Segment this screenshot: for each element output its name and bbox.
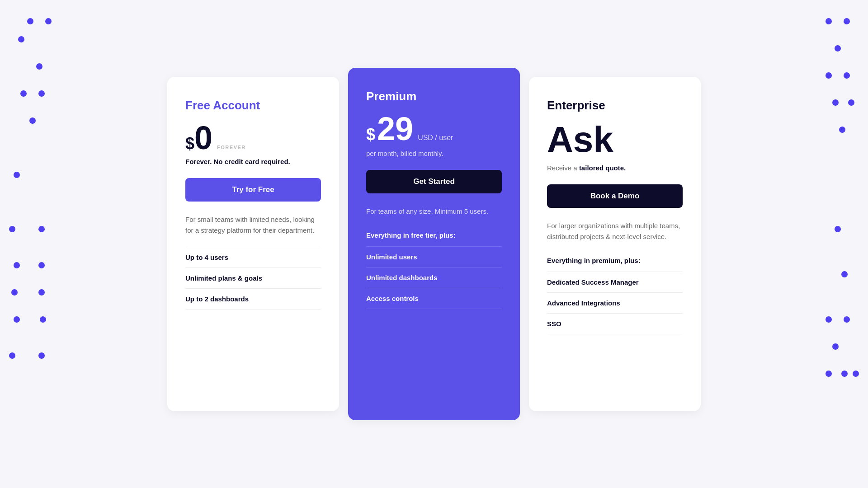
price-amount-enterprise: Ask bbox=[547, 122, 613, 158]
feature-item-enterprise-0: Dedicated Success Manager bbox=[547, 272, 683, 292]
feature-item-free-2: Up to 2 dashboards bbox=[185, 288, 321, 310]
cta-button-free[interactable]: Try for Free bbox=[185, 178, 321, 202]
pricing-card-enterprise: Enterprise Ask Receive a tailored quote.… bbox=[529, 77, 701, 411]
decorative-dot bbox=[848, 99, 854, 106]
decorative-dot bbox=[826, 371, 832, 377]
plan-description-premium: For teams of any size. Minimum 5 users. bbox=[366, 206, 502, 217]
price-subtitle-free: Forever. No credit card required. bbox=[185, 158, 321, 165]
price-amount-premium: 29 bbox=[377, 113, 413, 145]
decorative-dot bbox=[853, 371, 859, 377]
decorative-dot bbox=[38, 90, 45, 97]
decorative-dot bbox=[832, 99, 839, 106]
plan-description-free: For small teams with limited needs, look… bbox=[185, 214, 321, 236]
price-amount-free: 0 bbox=[194, 122, 212, 154]
decorative-dot bbox=[844, 316, 850, 323]
decorative-dot bbox=[20, 90, 27, 97]
plan-name-free: Free Account bbox=[185, 99, 321, 113]
features-label-enterprise: Everything in premium, plus: bbox=[547, 257, 683, 264]
decorative-dot bbox=[14, 172, 20, 178]
decorative-dot bbox=[45, 18, 52, 24]
decorative-dot bbox=[844, 18, 850, 24]
price-row-free: $ 0 FOREVER bbox=[185, 122, 321, 154]
decorative-dot bbox=[38, 226, 45, 232]
decorative-dot bbox=[27, 18, 33, 24]
feature-item-premium-1: Unlimited dashboards bbox=[366, 267, 502, 288]
features-label-premium: Everything in free tier, plus: bbox=[366, 231, 502, 239]
decorative-dot bbox=[841, 271, 848, 277]
decorative-dot bbox=[832, 343, 839, 350]
price-subtitle-premium: per month, billed monthly. bbox=[366, 150, 502, 157]
cta-button-enterprise[interactable]: Book a Demo bbox=[547, 184, 683, 208]
decorative-dot bbox=[826, 316, 832, 323]
price-subtitle-before: Receive a bbox=[547, 164, 579, 172]
decorative-dot bbox=[38, 352, 45, 359]
decorative-dot bbox=[40, 316, 46, 323]
price-dollar-premium: $ bbox=[366, 125, 375, 144]
decorative-dot bbox=[844, 72, 850, 79]
decorative-dot bbox=[36, 63, 42, 70]
decorative-dot bbox=[9, 226, 15, 232]
decorative-dot bbox=[835, 226, 841, 232]
decorative-dot bbox=[29, 117, 36, 124]
pricing-card-free: Free Account $ 0 FOREVER Forever. No cre… bbox=[167, 77, 339, 411]
decorative-dot bbox=[826, 72, 832, 79]
feature-item-free-1: Unlimited plans & goals bbox=[185, 267, 321, 288]
price-label-free: FOREVER bbox=[217, 145, 246, 150]
price-unit-premium: USD / user bbox=[418, 134, 453, 142]
decorative-dot bbox=[841, 371, 848, 377]
cta-button-premium[interactable]: Get Started bbox=[366, 170, 502, 193]
price-dollar-free: $ bbox=[185, 134, 194, 153]
plan-description-enterprise: For larger organizations with multiple t… bbox=[547, 221, 683, 242]
plan-name-premium: Premium bbox=[366, 89, 502, 103]
feature-item-enterprise-1: Advanced Integrations bbox=[547, 292, 683, 313]
price-subtitle-bold: tailored quote. bbox=[579, 164, 626, 172]
decorative-dot bbox=[826, 18, 832, 24]
price-row-premium: $ 29 USD / user bbox=[366, 113, 502, 145]
price-row-enterprise: Ask bbox=[547, 122, 683, 158]
decorative-dot bbox=[835, 45, 841, 52]
price-subtitle-enterprise: Receive a tailored quote. bbox=[547, 164, 683, 172]
feature-item-premium-0: Unlimited users bbox=[366, 246, 502, 267]
plan-name-enterprise: Enterprise bbox=[547, 99, 683, 113]
feature-item-enterprise-2: SSO bbox=[547, 313, 683, 334]
decorative-dot bbox=[18, 36, 24, 42]
decorative-dot bbox=[9, 352, 15, 359]
decorative-dot bbox=[14, 316, 20, 323]
feature-item-free-0: Up to 4 users bbox=[185, 247, 321, 267]
feature-item-premium-2: Access controls bbox=[366, 288, 502, 309]
decorative-dot bbox=[11, 289, 18, 296]
decorative-dot bbox=[839, 127, 845, 133]
pricing-card-premium: Premium $ 29 USD / user per month, bille… bbox=[348, 68, 520, 420]
decorative-dot bbox=[38, 262, 45, 268]
decorative-dot bbox=[14, 262, 20, 268]
decorative-dot bbox=[38, 289, 45, 296]
pricing-wrapper: Free Account $ 0 FOREVER Forever. No cre… bbox=[163, 68, 705, 420]
